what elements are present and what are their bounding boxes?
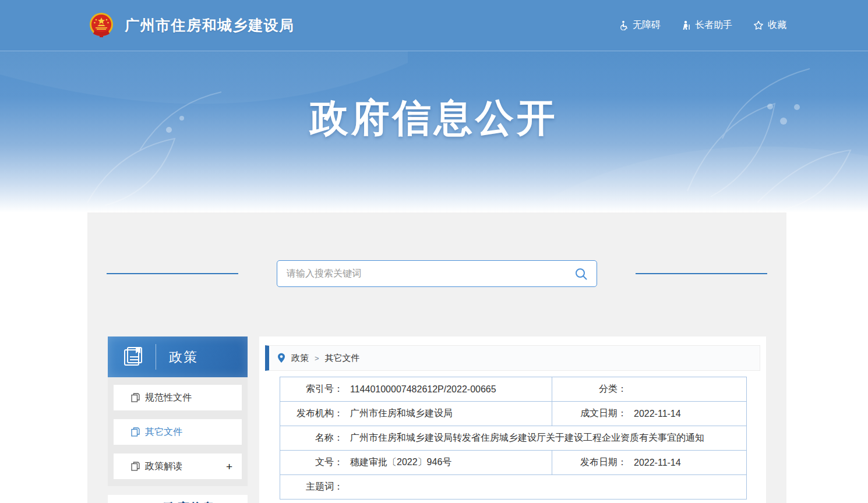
field-value-publish-date: 2022-11-14	[634, 458, 681, 468]
field-label-issuing-agency: 发布机构：	[280, 408, 343, 420]
content-container: 政策 规范性文件	[87, 212, 786, 503]
field-label-index-no: 索引号：	[280, 383, 343, 395]
left-decorative-line	[107, 273, 238, 274]
national-emblem-logo	[86, 10, 117, 41]
sidebar-header-divider	[156, 344, 156, 370]
right-decorative-line	[636, 273, 767, 274]
sidebar-item-label: 规范性文件	[145, 392, 192, 404]
breadcrumb-item-policy[interactable]: 政策	[291, 353, 309, 364]
elder-assist-link[interactable]: 长者助手	[682, 19, 732, 31]
field-value-index-no: 11440100007482612P/2022-00665	[350, 384, 496, 395]
sidebar-item-policy-interpretation[interactable]: 政策解读 +	[114, 454, 242, 479]
sidebar-item-normative-documents[interactable]: 规范性文件	[114, 385, 242, 410]
sidebar-item-other-documents[interactable]: 其它文件	[114, 419, 242, 445]
book-icon	[122, 345, 145, 369]
field-value-written-date: 2022-11-14	[634, 409, 681, 419]
main: 政策 规范性文件	[0, 212, 868, 503]
accessibility-link[interactable]: 无障碍	[619, 19, 661, 31]
sidebar-section-title: 政策	[169, 348, 198, 366]
field-label-keywords: 主题词：	[280, 481, 343, 493]
sidebar-section-gov-info[interactable]: 政府信息公开	[108, 495, 248, 503]
sidebar: 政策 规范性文件	[108, 336, 248, 503]
sidebar-menu: 规范性文件 其它文件	[108, 377, 248, 486]
field-label-doc-number: 文号：	[280, 456, 343, 469]
table-row: 主题词：	[280, 475, 747, 500]
sidebar-section-policy[interactable]: 政策	[108, 336, 248, 377]
field-value-issuing-agency: 广州市住房和城乡建设局	[350, 408, 453, 420]
search-box	[277, 260, 597, 287]
search-icon	[574, 267, 588, 281]
search-input[interactable]	[287, 268, 573, 279]
document-detail-table: 索引号： 11440100007482612P/2022-00665 分类： 发…	[280, 377, 747, 500]
field-value-doc-number: 穗建审批〔2022〕946号	[350, 456, 451, 469]
table-row: 索引号： 11440100007482612P/2022-00665 分类：	[280, 377, 747, 402]
table-row: 文号： 穗建审批〔2022〕946号 发布日期： 2022-11-14	[280, 451, 747, 475]
detail-panel: 政策 > 其它文件 索引号： 11440100007482612P/2022-0…	[259, 336, 766, 503]
sidebar-item-label: 政策解读	[145, 461, 182, 473]
star-icon	[753, 20, 764, 30]
site-title: 广州市住房和城乡建设局	[125, 16, 295, 35]
sidebar-next-section-title: 政府信息公开	[164, 500, 222, 503]
document-icon	[131, 393, 140, 402]
breadcrumb-item-other-documents: 其它文件	[325, 353, 360, 364]
search-button[interactable]	[573, 266, 588, 281]
header-links: 无障碍 长者助手 收藏	[619, 19, 786, 31]
content-row: 政策 规范性文件	[87, 336, 786, 503]
expand-plus-icon[interactable]: +	[226, 461, 232, 472]
breadcrumb-separator: >	[315, 354, 319, 363]
top-header: 广州市住房和城乡建设局 无障碍 长者助手 收藏	[0, 0, 868, 51]
breadcrumb: 政策 > 其它文件	[265, 345, 760, 371]
favorite-label: 收藏	[768, 19, 786, 31]
document-icon	[131, 427, 140, 437]
document-icon	[131, 462, 140, 471]
search-section	[87, 212, 786, 287]
table-row: 发布机构： 广州市住房和城乡建设局 成文日期： 2022-11-14	[280, 402, 747, 426]
field-value-title: 广州市住房和城乡建设局转发省住房城乡建设厅关于建设工程企业资质有关事宜的通知	[350, 432, 704, 444]
sidebar-item-label: 其它文件	[145, 426, 182, 438]
wheelchair-icon	[619, 20, 629, 30]
elder-icon	[682, 20, 691, 30]
favorite-link[interactable]: 收藏	[753, 19, 786, 31]
elder-assist-label: 长者助手	[695, 19, 732, 31]
field-label-written-date: 成文日期：	[552, 408, 627, 420]
table-row: 名称： 广州市住房和城乡建设局转发省住房城乡建设厅关于建设工程企业资质有关事宜的…	[280, 426, 747, 451]
location-pin-icon	[277, 353, 285, 363]
accessibility-label: 无障碍	[633, 19, 661, 31]
field-label-publish-date: 发布日期：	[552, 456, 627, 469]
page-title: 政府信息公开	[0, 51, 868, 144]
field-label-category: 分类：	[552, 383, 627, 395]
banner: 政府信息公开	[0, 51, 868, 212]
field-label-title: 名称：	[280, 432, 343, 444]
